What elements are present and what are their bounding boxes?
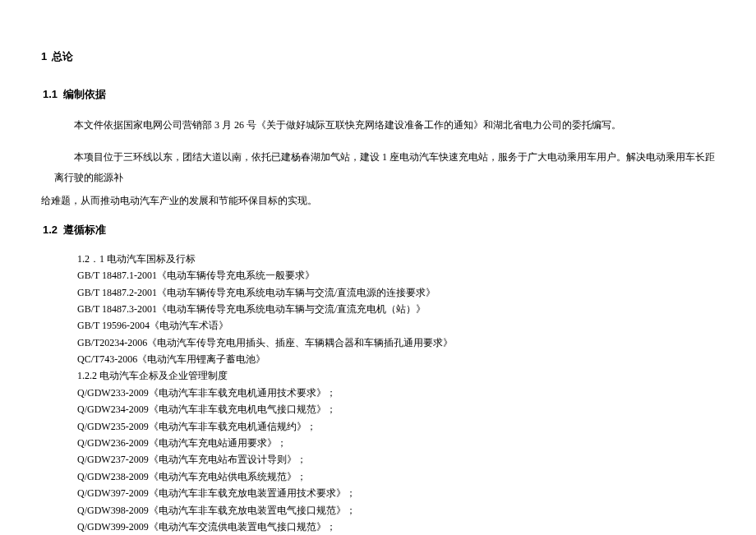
heading-1-1: 1.1 编制依据 [43,87,715,102]
std-item: Q/GDW234-2009《电动汽车非车载充电机电气接口规范》； [77,401,715,417]
std-item: Q/GDW397-2009《电动汽车非车载充放电装置通用技术要求》； [77,485,715,501]
heading-1-2-num: 1.2 [43,224,58,236]
std-item: GB/T 19596-2004《电动汽车术语》 [77,317,715,334]
heading-1-1-title: 编制依据 [63,88,106,100]
std-item: GB/T 18487.3-2001《电动车辆传导充电系统电动车辆与交流/直流充电… [77,301,715,317]
std-item: Q/GDW399-2009《电动汽车交流供电装置电气接口规范》； [77,519,715,535]
heading-1: 1 总论 [41,49,715,64]
heading-1-2: 1.2 遵循标准 [43,223,715,238]
heading-1-title: 总论 [52,50,73,62]
sub-heading-1-2-1: 1.2．1 电动汽车国标及行标 [77,251,715,267]
std-item: GB/T 18487.1-2001《电动车辆传导充电系统一般要求》 [77,267,715,284]
std-item: QC/T743-2006《电动汽车用锂离子蓄电池》 [77,351,715,367]
sub-heading-1-2-2: 1.2.2 电动汽车企标及企业管理制度 [77,367,715,384]
std-item: GB/T 18487.2-2001《电动车辆传导充电系统电动车辆与交流/直流电源… [77,284,715,301]
para-1-1-a: 本文件依据国家电网公司营销部 3 月 26 号《关于做好城际互联快充网络建设准备… [41,115,715,136]
std-item: Q/GDW236-2009《电动汽车充电站通用要求》； [77,435,715,451]
para-1-1-b: 本项目位于三环线以东，团结大道以南，依托已建杨春湖加气站，建设 1 座电动汽车快… [41,147,715,188]
std-item: Q/GDW238-2009《电动汽车充电站供电系统规范》； [77,468,715,485]
std-item: Q/GDW233-2009《电动汽车非车载充电机通用技术要求》； [77,385,715,401]
para-1-1-c: 给难题，从而推动电动汽车产业的发展和节能环保目标的实现。 [41,191,715,211]
std-item: GB/T20234-2006《电动汽车传导充电用插头、插座、车辆耦合器和车辆插孔… [77,334,715,351]
heading-1-1-num: 1.1 [43,88,58,100]
std-item: Q/GDW235-2009《电动汽车非车载充电机通信规约》； [77,418,715,435]
std-item: Q/GDW237-2009《电动汽车充电站布置设计导则》； [77,451,715,468]
heading-1-2-title: 遵循标准 [63,224,106,236]
standards-list: 1.2．1 电动汽车国标及行标 GB/T 18487.1-2001《电动车辆传导… [41,251,715,535]
heading-1-num: 1 [41,50,47,62]
std-item: Q/GDW398-2009《电动汽车非车载充放电装置电气接口规范》； [77,502,715,519]
